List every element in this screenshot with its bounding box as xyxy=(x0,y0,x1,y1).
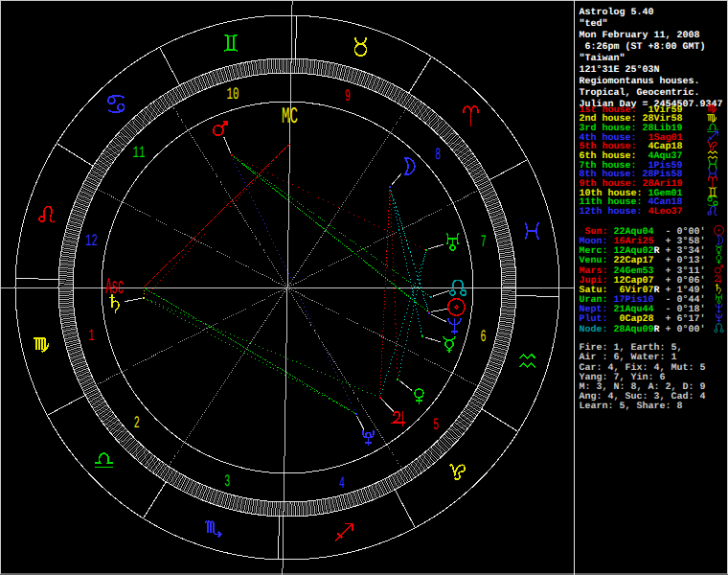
svg-text:9: 9 xyxy=(345,87,351,106)
svg-text:12: 12 xyxy=(85,232,98,251)
svg-text:1: 1 xyxy=(88,327,94,346)
svg-text:"ted": "ted" xyxy=(580,18,608,30)
svg-text:Jupi:12Cap07+ 0°06': Jupi:12Cap07+ 0°06' xyxy=(580,275,706,287)
svg-text:Mars:24Gem53+ 3°11': Mars:24Gem53+ 3°11' xyxy=(580,265,706,277)
svg-text:3: 3 xyxy=(224,472,230,492)
svg-text:Mon February 11, 2008: Mon February 11, 2008 xyxy=(580,30,700,41)
svg-text:Car: 4, Fix: 4, Mut: 5: Car: 4, Fix: 4, Mut: 5 xyxy=(580,362,706,374)
svg-text:Moon:16Ari25+ 3°58': Moon:16Ari25+ 3°58' xyxy=(580,236,706,247)
svg-text:Ang: 4, Suc: 3, Cad: 4: Ang: 4, Suc: 3, Cad: 4 xyxy=(580,391,706,402)
svg-text:Satu: 6Vir07R+ 1°49': Satu: 6Vir07R+ 1°49' xyxy=(580,285,706,296)
svg-text:121°31E 25°03N: 121°31E 25°03N xyxy=(580,65,660,76)
svg-text:Node:28Aqu09R+ 0°00': Node:28Aqu09R+ 0°00' xyxy=(580,324,706,335)
svg-text:Plut: 0Cap28+ 6°17': Plut: 0Cap28+ 6°17' xyxy=(580,313,706,325)
svg-text:Regiomontanus houses.: Regiomontanus houses. xyxy=(580,76,700,87)
svg-text:4: 4 xyxy=(339,474,345,494)
svg-text:MC: MC xyxy=(282,104,298,130)
svg-text:Nept:21Aqu44- 0°18': Nept:21Aqu44- 0°18' xyxy=(580,304,706,315)
svg-text:Fire: 1, Earth: 5,: Fire: 1, Earth: 5, xyxy=(580,342,683,354)
svg-text:2: 2 xyxy=(134,414,140,433)
svg-text:12th house: 4Leo37: 12th house: 4Leo37 xyxy=(580,206,683,218)
svg-text:7: 7 xyxy=(481,233,487,252)
svg-text:"Taiwan": "Taiwan" xyxy=(580,53,626,64)
svg-text:6:26pm (ST +8:00 GMT): 6:26pm (ST +8:00 GMT) xyxy=(580,41,706,53)
svg-text:Learn: 5, Share: 8: Learn: 5, Share: 8 xyxy=(580,401,683,412)
svg-text:Tropical, Geocentric.: Tropical, Geocentric. xyxy=(580,87,700,99)
svg-text:Air : 6, Water: 1: Air : 6, Water: 1 xyxy=(580,352,677,363)
svg-text:Venu:22Cap17+ 0°13': Venu:22Cap17+ 0°13' xyxy=(580,255,706,266)
svg-text:8: 8 xyxy=(435,146,441,165)
svg-text:Astrolog 5.40: Astrolog 5.40 xyxy=(580,7,654,18)
svg-text:6: 6 xyxy=(481,328,487,347)
svg-text:11: 11 xyxy=(132,144,145,163)
svg-text:Yang: 7, Yin: 6: Yang: 7, Yin: 6 xyxy=(580,372,666,383)
svg-text:5: 5 xyxy=(433,416,439,435)
svg-text:10: 10 xyxy=(227,85,239,104)
svg-text:Asc: Asc xyxy=(105,275,124,301)
svg-text:Sun:22Aqu04- 0°00': Sun:22Aqu04- 0°00' xyxy=(580,226,706,238)
